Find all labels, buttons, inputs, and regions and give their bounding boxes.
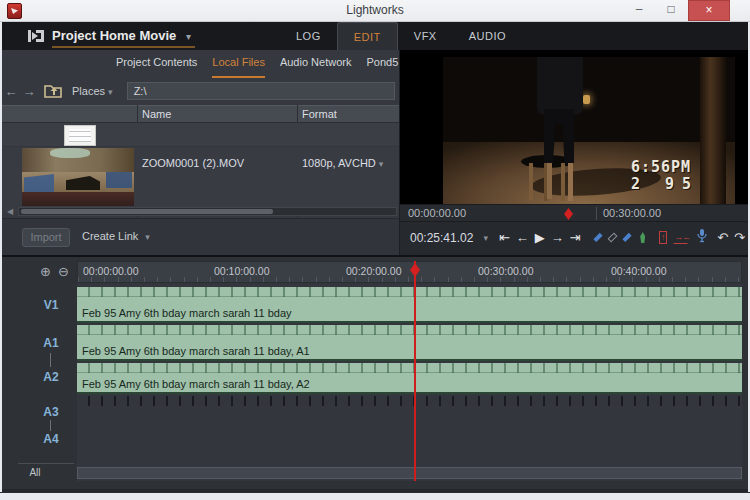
- file-table-header: Name Format: [2, 105, 399, 123]
- timeline-clip-v1[interactable]: Feb 95 Amy 6th bday march sarah 11 bday: [77, 287, 742, 323]
- create-link-label: Create Link: [82, 230, 138, 242]
- chevron-down-icon: ▾: [379, 159, 384, 169]
- project-title-label: Project Home Movie: [52, 28, 176, 43]
- timeline-ruler[interactable]: 00:00:00.00 00:10:00.00 00:20:00.00 00:3…: [77, 261, 742, 283]
- timeline-overview-bar[interactable]: [77, 467, 742, 479]
- forward-icon[interactable]: →: [20, 84, 38, 99]
- thumb-detail: [50, 148, 90, 158]
- ruler-tick-label: 00:30:00.00: [478, 265, 533, 277]
- camcorder-time: 6:56PM: [631, 159, 699, 176]
- horizontal-scrollbar: ◀: [2, 205, 399, 218]
- current-timecode[interactable]: 00:25:41.02: [410, 231, 473, 245]
- import-button[interactable]: Import: [22, 228, 70, 247]
- video-frame: 6:56PM 2 95: [443, 57, 735, 204]
- tab-edit[interactable]: EDIT: [337, 22, 398, 50]
- tab-local-files[interactable]: Local Files: [212, 56, 265, 78]
- tab-pond5[interactable]: Pond5: [366, 56, 398, 78]
- ruler-tick-label: 00:00:00.00: [83, 265, 138, 277]
- path-input[interactable]: Z:\: [127, 82, 395, 100]
- maximize-button[interactable]: □: [656, 0, 686, 21]
- go-to-end-icon[interactable]: ⇥: [570, 231, 581, 244]
- lightworks-window: Lightworks – □ × Project Home Movie ▾ LO…: [0, 0, 750, 500]
- tab-log[interactable]: LOG: [280, 22, 337, 50]
- viewer-end-timecode: 00:30:00.00: [603, 207, 661, 219]
- camcorder-date: 2 95: [631, 176, 699, 193]
- playhead-line[interactable]: [414, 261, 416, 481]
- ruler-tick-label: 00:10:00.00: [214, 265, 269, 277]
- minimize-button[interactable]: –: [624, 0, 654, 21]
- park-home-icon[interactable]: [640, 232, 645, 243]
- chevron-down-icon: ▾: [108, 87, 113, 97]
- zoom-in-icon[interactable]: ⊕: [40, 264, 51, 279]
- column-header-format[interactable]: Format: [302, 106, 337, 123]
- file-browser-panel: Project Contents Local Files Audio Netwo…: [2, 50, 400, 255]
- mark-out-icon[interactable]: [623, 233, 632, 242]
- video-scene-pole: [700, 57, 726, 204]
- tab-audio[interactable]: AUDIO: [453, 22, 522, 50]
- scrollbar-thumb[interactable]: [21, 209, 273, 214]
- zoom-out-icon[interactable]: ⊖: [58, 264, 69, 279]
- browser-bottom-bar: Import Create Link ▾: [2, 218, 399, 255]
- video-scene-person: [537, 57, 583, 115]
- viewer-timebar[interactable]: 00:00:00.00 00:30:00.00: [400, 204, 748, 222]
- redo-icon[interactable]: ↷: [734, 230, 745, 245]
- step-back-icon[interactable]: ←: [516, 231, 529, 244]
- camcorder-timestamp: 6:56PM 2 95: [631, 159, 699, 193]
- create-link-dropdown[interactable]: Create Link ▾: [82, 230, 150, 242]
- file-list: ZOOM0001 (2).MOV 1080p, AVCHD ▾: [2, 123, 399, 205]
- close-button[interactable]: ×: [688, 0, 730, 21]
- track-label-a1[interactable]: A1: [36, 336, 66, 350]
- title-bar: Lightworks – □ ×: [0, 0, 750, 22]
- clip-label: Feb 95 Amy 6th bday march sarah 11 bday,…: [82, 345, 310, 357]
- timeline-clip-a2[interactable]: Feb 95 Amy 6th bday march sarah 11 bday,…: [77, 363, 742, 394]
- voiceover-mic-icon[interactable]: [696, 228, 708, 247]
- empty-track-ticks: [77, 396, 742, 406]
- top-nav-bar: Project Home Movie ▾ LOG EDIT VFX AUDIO: [2, 22, 748, 50]
- tab-project-contents[interactable]: Project Contents: [116, 56, 197, 78]
- preview-monitor: 6:56PM 2 95: [400, 50, 748, 204]
- step-forward-icon[interactable]: →: [551, 231, 564, 244]
- file-format-dropdown[interactable]: 1080p, AVCHD ▾: [302, 157, 383, 169]
- window-border-bottom: [0, 492, 750, 500]
- track-label-a4[interactable]: A4: [36, 432, 66, 446]
- back-icon[interactable]: ←: [2, 84, 20, 99]
- file-row[interactable]: [2, 123, 399, 147]
- clip-label: Feb 95 Amy 6th bday march sarah 11 bday,…: [82, 378, 310, 390]
- tab-audio-network[interactable]: Audio Network: [280, 56, 352, 78]
- ruler-tick-label: 00:20:00.00: [346, 265, 401, 277]
- mark-in-icon[interactable]: [593, 233, 602, 242]
- track-label-a2[interactable]: A2: [36, 370, 66, 384]
- viewer-position-marker[interactable]: [564, 208, 573, 220]
- track-label-a3[interactable]: A3: [36, 405, 66, 419]
- track-link-line: [50, 420, 51, 431]
- file-row[interactable]: ZOOM0001 (2).MOV 1080p, AVCHD ▾: [2, 147, 399, 211]
- transport-bar: 00:25:41.02 ▾ ⇤ ← ▶ → ⇥ ↑ →← ↶ ↷: [400, 222, 748, 253]
- browser-toolbar: ← → Places ▾ Z:\: [2, 79, 399, 103]
- exit-project-icon[interactable]: [26, 28, 46, 44]
- chevron-down-icon[interactable]: ▾: [483, 233, 488, 243]
- insert-edit-icon[interactable]: →←: [673, 231, 688, 244]
- main-tabs: LOG EDIT VFX AUDIO: [280, 22, 522, 50]
- all-tracks-label[interactable]: All: [20, 467, 50, 478]
- file-format-label: 1080p, AVCHD: [302, 157, 376, 169]
- play-icon[interactable]: ▶: [535, 231, 545, 244]
- replace-edit-icon[interactable]: ↑: [659, 231, 667, 244]
- timeline-clip-a1[interactable]: Feb 95 Amy 6th bday march sarah 11 bday,…: [77, 325, 742, 361]
- track-label-v1[interactable]: V1: [36, 298, 66, 312]
- file-name: ZOOM0001 (2).MOV: [142, 157, 244, 169]
- column-header-name[interactable]: Name: [142, 106, 171, 123]
- project-title-dropdown[interactable]: Project Home Movie ▾: [52, 26, 195, 48]
- mark-point-icon[interactable]: [607, 232, 617, 242]
- scroll-left-icon[interactable]: ◀: [2, 207, 18, 216]
- up-folder-icon[interactable]: [42, 83, 64, 99]
- ruler-tick-label: 00:40:00.00: [611, 265, 666, 277]
- places-dropdown[interactable]: Places ▾: [72, 85, 113, 97]
- video-thumbnail[interactable]: [22, 148, 134, 206]
- places-label: Places: [72, 85, 105, 97]
- scrollbar-track[interactable]: [18, 207, 397, 216]
- undo-icon[interactable]: ↶: [717, 230, 728, 245]
- thumb-detail: [22, 192, 134, 206]
- timeline-panel: ⊕ ⊖ 00:00:00.00 00:10:00.00 00:20:00.00 …: [2, 255, 748, 489]
- tab-vfx[interactable]: VFX: [398, 22, 453, 50]
- go-to-start-icon[interactable]: ⇤: [499, 231, 510, 244]
